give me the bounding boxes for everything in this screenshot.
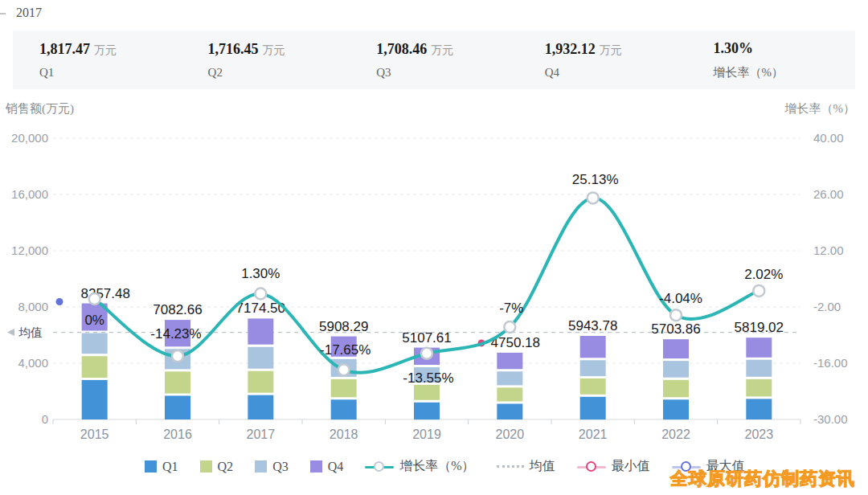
x-axis-label-2023[interactable]: 2023	[745, 428, 774, 441]
legend-swatch-icon	[145, 460, 157, 472]
x-axis-label-2019[interactable]: 2019	[412, 428, 441, 441]
max-value-point[interactable]	[56, 298, 63, 305]
chart-legend: Q1Q2Q3Q4增长率（%）均值最小值最大值	[145, 458, 745, 475]
growth-label-2019: -13.55%	[403, 370, 453, 386]
growth-point-2015[interactable]	[89, 293, 100, 305]
x-axis-label-2017[interactable]: 2017	[247, 428, 276, 441]
bar-total-label-2023: 5819.02	[735, 320, 784, 335]
bar-segment-2022-Q3[interactable]	[663, 361, 689, 378]
chart-canvas: 20,00040.0016,00026.0012,00012.008,000-2…	[0, 0, 868, 495]
growth-point-2020[interactable]	[504, 321, 515, 333]
right-axis-tick: 12.00	[813, 243, 844, 257]
right-axis-tick: 40.00	[813, 131, 844, 145]
x-axis-label-2020[interactable]: 2020	[496, 428, 525, 441]
legend-swatch-icon	[310, 460, 322, 472]
legend-item-mean[interactable]: 均值	[497, 458, 555, 475]
bar-segment-2018-Q1[interactable]	[331, 399, 357, 419]
bar-segment-2017-Q1[interactable]	[248, 395, 273, 419]
left-axis-tick: 8,000	[18, 300, 48, 313]
growth-point-2016[interactable]	[172, 350, 183, 362]
bar-segment-2017-Q4[interactable]	[248, 318, 273, 344]
growth-point-2022[interactable]	[670, 309, 682, 321]
mean-tag-label: 均值	[18, 326, 43, 339]
bar-total-label-2018: 5908.29	[319, 319, 368, 334]
growth-point-2018[interactable]	[338, 364, 350, 375]
bar-segment-2021-Q3[interactable]	[580, 360, 606, 376]
x-axis-label-2021[interactable]: 2021	[579, 428, 608, 441]
legend-dotted-line-icon	[497, 465, 524, 468]
growth-point-2019[interactable]	[421, 348, 432, 359]
growth-label-2016: -14.23%	[150, 326, 201, 342]
bar-segment-2018-Q2[interactable]	[331, 379, 357, 397]
left-axis-tick: 12,000	[11, 243, 48, 257]
legend-label: 增长率（%）	[399, 458, 474, 475]
growth-label-2022: -4.04%	[659, 291, 702, 306]
bar-segment-2023-Q1[interactable]	[746, 399, 772, 419]
sales-growth-dashboard: 2017 1,817.47万元Q11,716.45万元Q21,708.46万元Q…	[0, 0, 868, 495]
bar-segment-2020-Q2[interactable]	[497, 387, 522, 401]
legend-label: Q1	[162, 460, 178, 474]
legend-item-growth-rate[interactable]: 增长率（%）	[365, 458, 474, 475]
legend-item-q2[interactable]: Q2	[200, 460, 234, 474]
legend-item-q1[interactable]: Q1	[145, 460, 178, 474]
legend-swatch-icon	[200, 460, 212, 472]
legend-swatch-icon	[255, 460, 267, 472]
left-axis-tick: 0	[42, 412, 48, 426]
bar-segment-2023-Q2[interactable]	[746, 379, 772, 397]
bar-segment-2023-Q3[interactable]	[746, 360, 772, 377]
bar-segment-2021-Q2[interactable]	[580, 378, 606, 395]
legend-label: Q4	[328, 460, 344, 474]
x-axis-label-2018[interactable]: 2018	[330, 428, 358, 441]
growth-point-2023[interactable]	[753, 285, 764, 297]
growth-label-2017: 1.30%	[241, 266, 280, 281]
bar-segment-2021-Q4[interactable]	[580, 336, 606, 358]
left-axis-tick: 16,000	[11, 187, 48, 201]
legend-item-q3[interactable]: Q3	[255, 460, 289, 474]
legend-item-min[interactable]: 最小值	[577, 458, 650, 475]
legend-line-marker-icon	[365, 461, 394, 472]
growth-label-2015: 0%	[84, 313, 104, 328]
legend-label: 最小值	[612, 458, 650, 475]
bar-segment-2017-Q2[interactable]	[248, 371, 273, 393]
bar-segment-2021-Q1[interactable]	[580, 397, 606, 419]
x-axis-label-2015[interactable]: 2015	[80, 428, 109, 441]
growth-point-2017[interactable]	[255, 288, 266, 300]
growth-label-2020: -7%	[499, 301, 523, 316]
bar-segment-2022-Q1[interactable]	[663, 399, 689, 419]
growth-label-2018: -17.65%	[320, 342, 371, 358]
legend-ring-marker-icon	[577, 461, 606, 472]
right-axis-tick: -2.00	[813, 300, 841, 313]
mean-tag-arrow-icon	[7, 329, 14, 336]
bar-segment-2016-Q2[interactable]	[165, 371, 190, 393]
legend-label: Q2	[218, 460, 234, 474]
bar-total-label-2016: 7082.66	[153, 302, 202, 317]
bar-segment-2020-Q1[interactable]	[497, 404, 522, 420]
growth-rate-line	[95, 198, 760, 372]
watermark: 全球原研药仿制药资讯	[670, 467, 855, 491]
growth-label-2021: 25.13%	[572, 172, 619, 187]
growth-label-2023: 2.02%	[744, 267, 783, 282]
legend-label: Q3	[272, 460, 289, 474]
bar-segment-2015-Q3[interactable]	[82, 333, 108, 354]
x-axis-label-2022[interactable]: 2022	[661, 428, 690, 441]
bar-segment-2022-Q4[interactable]	[663, 339, 689, 358]
legend-item-q4[interactable]: Q4	[310, 460, 344, 474]
bar-segment-2022-Q2[interactable]	[663, 380, 689, 398]
bar-segment-2019-Q2[interactable]	[414, 385, 440, 400]
bar-segment-2023-Q4[interactable]	[746, 338, 772, 358]
right-axis-tick: 26.00	[813, 187, 844, 201]
growth-point-2021[interactable]	[588, 192, 599, 203]
x-axis-label-2016[interactable]: 2016	[163, 428, 192, 441]
bar-segment-2020-Q4[interactable]	[497, 353, 522, 369]
right-axis-tick: -30.00	[813, 412, 848, 426]
right-axis-tick: -16.00	[813, 356, 848, 370]
bar-segment-2020-Q3[interactable]	[497, 371, 522, 385]
bar-segment-2019-Q1[interactable]	[414, 403, 440, 419]
bar-segment-2017-Q3[interactable]	[248, 347, 273, 369]
bar-total-label-2021: 5943.78	[568, 318, 617, 333]
bar-total-label-2022: 5703.86	[651, 321, 700, 337]
bar-segment-2015-Q1[interactable]	[82, 380, 108, 419]
bar-segment-2016-Q1[interactable]	[165, 396, 190, 420]
bar-total-label-2019: 5107.61	[402, 330, 451, 346]
bar-segment-2015-Q2[interactable]	[82, 356, 108, 378]
